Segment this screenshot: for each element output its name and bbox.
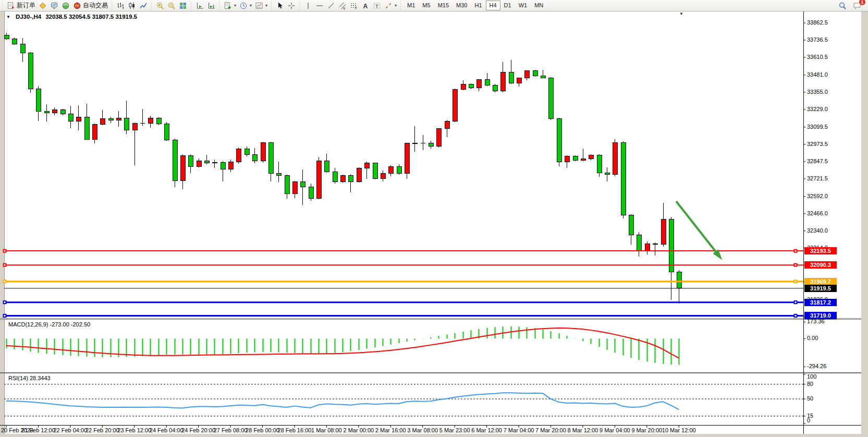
chevron-down-icon[interactable]: ▾ [250,3,252,8]
bull-candle [116,118,121,120]
hline-icon [315,2,324,10]
chevron-down-icon[interactable]: ▾ [395,3,397,8]
price-axis-tick-label: 32847.5 [807,158,828,164]
timeframe-button-h4[interactable]: H4 [486,1,500,10]
tile-windows-button[interactable] [177,1,189,10]
timeframe-button-m1[interactable]: M1 [404,1,419,10]
bull-candle [212,162,217,163]
timeframe-button-h1[interactable]: H1 [471,1,485,10]
bear-candle [44,112,49,113]
toolbar-separator [399,2,402,10]
right-edge [861,11,868,437]
bear-candle [300,181,305,187]
bear-candle [108,119,113,120]
line-handle-center [4,250,6,252]
bear-candle [28,53,33,89]
bull-candle [412,143,417,143]
search-button[interactable] [837,1,848,10]
fibo-button[interactable]: F [348,1,360,10]
chart-canvas[interactable] [0,11,868,437]
toolbar-separator [1,2,4,10]
chart-window[interactable]: ▼ DJ30-,H4 32038.5 32054.5 31807.5 31919… [0,11,868,437]
bear-candle [629,215,633,235]
new-order-button[interactable]: 新订单 [5,1,37,10]
toolbar-separator [218,2,221,10]
line-chart-icon [139,2,148,10]
trendline-button[interactable] [325,1,337,10]
bear-candle [541,76,545,78]
market-watch-icon [50,2,58,10]
bear-candle [12,39,17,44]
candle-chart-button[interactable] [126,1,138,10]
templates-button[interactable]: ▾ [253,1,269,10]
bear-candle [173,140,177,181]
line-handle-center [795,250,797,252]
bull-candle [445,122,449,129]
trend-arrow-annotation[interactable] [676,201,718,255]
macd-axis-label: 0.00 [807,335,818,341]
bear-candle [621,143,626,215]
timeframe-button-w1[interactable]: W1 [515,1,531,10]
text-icon: A [361,2,370,10]
channel-button[interactable]: E [337,1,348,10]
timeframe-button-d1[interactable]: D1 [500,1,515,10]
timeframe-button-mn[interactable]: MN [531,1,547,10]
bear-candle [164,124,169,140]
notifications-button[interactable]: 1 [851,1,863,10]
chart-shift-button[interactable] [205,1,217,10]
indicators-icon [224,2,232,10]
bear-candle [637,235,641,250]
price-axis-tick-label: 33610.5 [807,54,828,60]
timeframe-button-m30[interactable]: M30 [453,1,471,10]
signal-button[interactable] [60,1,71,10]
bull-candle [589,155,593,159]
bull-candle [180,155,185,180]
window-menu-icon[interactable]: ▼ [6,15,10,19]
line-chart-button[interactable] [138,1,149,10]
svg-text:E: E [344,6,346,9]
bull-candle [132,124,137,130]
text-button[interactable]: A [360,1,371,10]
bear-candle [20,44,25,53]
zoom-out-button[interactable] [166,1,177,10]
indicators-button[interactable]: ▾ [222,1,238,10]
bull-candle [517,78,521,83]
zoom-in-button[interactable] [154,1,166,10]
timeframe-button-m15[interactable]: M15 [434,1,453,10]
chevron-down-icon[interactable]: ▾ [265,3,267,8]
price-tag: 32193.5 [804,247,837,254]
text-label-button[interactable]: T [371,1,383,10]
autotrading-button[interactable]: 自动交易 [71,1,109,10]
bear-candle [605,173,609,174]
rsi-axis-label: 80 [807,381,813,387]
bear-candle [252,154,257,161]
bull-candle [52,110,57,113]
line-handle-center [4,264,6,266]
zoom-out-icon [167,2,176,10]
crosshair-button[interactable] [286,1,297,10]
market-watch-button[interactable] [48,1,60,10]
bear-candle [509,72,514,83]
chart-shift-icon [207,2,215,10]
bull-candle [645,244,650,250]
title-ohlc-values: 32038.5 32054.5 31807.5 31919.5 [45,14,137,20]
arrows-button[interactable]: ▾ [383,1,398,10]
auto-scroll-button[interactable] [194,1,205,10]
chevron-down-icon[interactable]: ▾ [234,3,236,8]
bear-candle [204,161,209,163]
bear-candle [84,117,89,139]
cursor-button[interactable] [274,1,286,10]
bar-chart-icon [116,2,125,10]
metaeditor-button[interactable] [37,1,48,10]
timeframe-button-m5[interactable]: M5 [419,1,434,10]
vline-button[interactable] [302,1,314,10]
periods-button[interactable]: ▾ [238,1,253,10]
bear-candle [373,163,377,179]
chart-shift-marker-icon[interactable]: ▼ [679,11,683,16]
hline-button[interactable] [314,1,325,10]
price-tag: 31919.5 [804,285,837,292]
bar-chart-button[interactable] [115,1,126,10]
macd-pane [6,326,679,365]
rsi-pane [4,384,803,416]
rsi-indicator-label: RSI(14) 28.3443 [8,375,51,381]
